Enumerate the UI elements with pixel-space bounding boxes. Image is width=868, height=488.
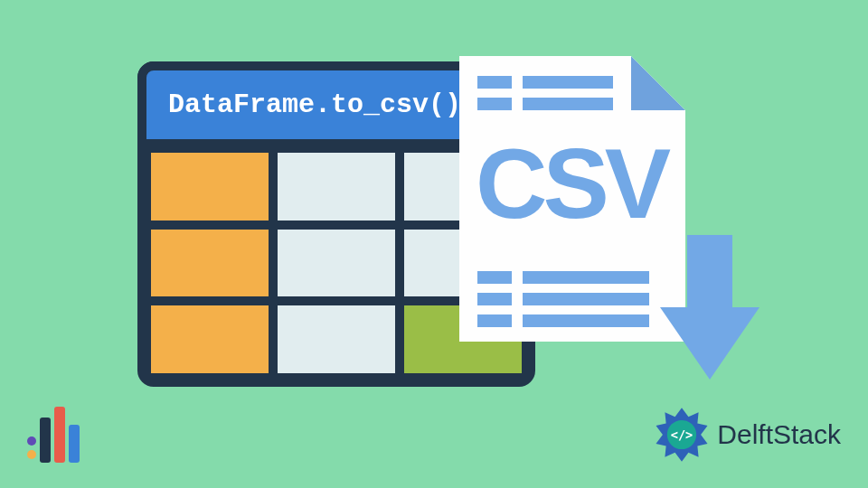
svg-text:</>: </>: [671, 427, 693, 442]
code-text: DataFrame.to_csv(): [168, 89, 461, 120]
logo-bar: [69, 425, 80, 463]
site-logo-small: [27, 407, 80, 463]
file-content-lines-bottom: [477, 271, 667, 336]
table-cell: [146, 301, 273, 378]
csv-label: CSV: [476, 134, 666, 233]
table-cell: [146, 148, 273, 225]
brand-name: DelftStack: [717, 419, 841, 450]
illustration-canvas: DataFrame.to_csv() CSV: [0, 0, 868, 488]
file-content-lines-top: [477, 76, 622, 119]
brand-emblem-icon: </>: [654, 407, 710, 463]
table-cell: [146, 225, 273, 302]
brand-logo: </> DelftStack: [654, 407, 841, 463]
download-arrow-icon: [660, 235, 760, 380]
logo-dot: [27, 436, 36, 446]
csv-file-icon: CSV: [459, 56, 685, 342]
logo-bar: [40, 418, 51, 463]
table-cell: [273, 301, 400, 378]
table-cell: [273, 225, 400, 302]
logo-bar: [54, 407, 65, 463]
logo-dot: [27, 450, 36, 459]
table-cell: [273, 148, 400, 225]
